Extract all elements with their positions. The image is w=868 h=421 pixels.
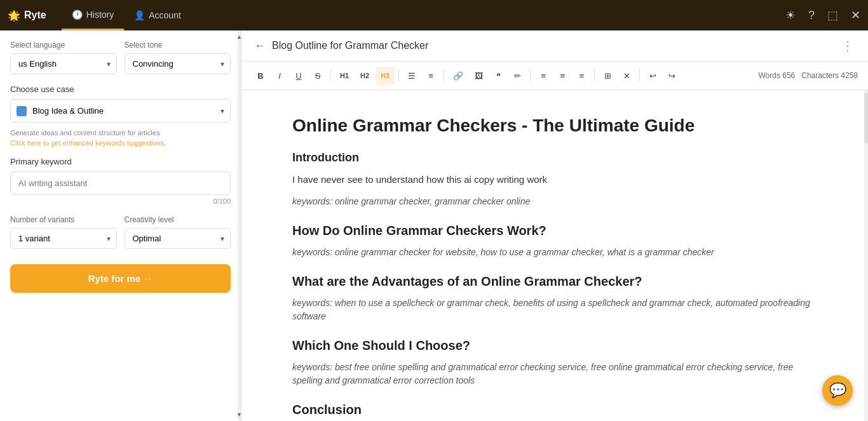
language-select-wrapper: us English — [10, 53, 117, 74]
language-label: Select language — [10, 41, 117, 50]
close-icon[interactable]: ✕ — [851, 8, 860, 22]
toolbar-sep-2 — [398, 69, 399, 82]
toolbar-sep-4 — [530, 69, 531, 82]
align-right-button[interactable]: ≡ — [573, 67, 590, 84]
scrollbar-track — [864, 90, 868, 421]
help-icon[interactable]: ? — [808, 9, 815, 22]
intro-paragraph: I have never see to understand how this … — [292, 172, 817, 187]
pen-button[interactable]: ✏ — [508, 67, 526, 84]
toolbar-sep-5 — [594, 69, 595, 82]
scrollbar-thumb — [864, 93, 868, 144]
sidebar-scroll-up[interactable]: ▲ — [238, 30, 241, 43]
external-link-icon[interactable]: ⬚ — [827, 8, 838, 22]
bold-button[interactable]: B — [252, 67, 269, 84]
unordered-list-button[interactable]: ☰ — [403, 67, 421, 84]
back-button[interactable]: ← — [254, 39, 266, 53]
logo[interactable]: 🌟 Ryte — [8, 10, 46, 22]
main-layout: ▲ ▼ Select language us English Select to… — [0, 30, 868, 421]
toolbar-sep-3 — [444, 69, 444, 82]
use-case-icon — [17, 106, 27, 116]
strikethrough-button[interactable]: S — [309, 67, 327, 84]
editor-title-group: ← Blog Outline for Grammar Checker — [254, 39, 428, 53]
sidebar-scroll-down[interactable]: ▼ — [238, 408, 241, 421]
link-button[interactable]: 🔗 — [448, 67, 468, 84]
editor-header: ← Blog Outline for Grammar Checker ⋮ — [241, 30, 868, 62]
clear-format-button[interactable]: ✕ — [618, 67, 635, 84]
variants-select-wrapper: 1 variant — [10, 228, 117, 249]
creativity-label: Creativity level — [125, 215, 231, 224]
variants-creativity-row: Number of variants 1 variant Creativity … — [10, 215, 231, 249]
logo-text: Ryte — [24, 10, 46, 21]
section3-heading: Which One Should I Choose? — [292, 338, 817, 353]
hint-text: Generate ideas and content structure for… — [10, 129, 231, 137]
intro-heading: Introduction — [292, 151, 817, 164]
editor-title: Blog Outline for Grammar Checker — [272, 40, 428, 51]
tone-group: Select tone Convincing — [125, 41, 231, 74]
section2-heading: What are the Advantages of an Online Gra… — [292, 274, 817, 289]
sidebar: ▲ ▼ Select language us English Select to… — [0, 30, 241, 421]
align-left-button[interactable]: ≡ — [534, 67, 552, 84]
variants-label: Number of variants — [10, 215, 117, 224]
editor-toolbar: B I U S H1 H2 H3 ☰ ≡ 🔗 🖼 ❝ ✏ ≡ ≡ ≡ ⊞ ✕ ↩… — [241, 62, 868, 90]
more-options-button[interactable]: ⋮ — [841, 38, 855, 53]
section1-heading: How Do Online Grammar Checkers Work? — [292, 224, 817, 238]
h3-button[interactable]: H3 — [376, 67, 395, 84]
creativity-group: Creativity level Optimal — [125, 215, 231, 249]
tone-select-wrapper: Convincing — [125, 53, 231, 74]
variants-group: Number of variants 1 variant — [10, 215, 117, 249]
keyword-counter: 0/100 — [10, 197, 231, 205]
chat-button[interactable]: 💬 — [822, 375, 853, 406]
h1-button[interactable]: H1 — [335, 67, 354, 84]
top-navigation: 🌟 Ryte 🕐 History 👤 Account ☀ ? ⬚ ✕ — [0, 0, 868, 30]
language-select[interactable]: us English — [10, 53, 117, 74]
quote-button[interactable]: ❝ — [489, 67, 507, 84]
use-case-label: Choose use case — [10, 84, 231, 94]
section2-keywords: keywords: when to use a spellcheck or gr… — [292, 297, 817, 323]
ryte-for-me-button[interactable]: Ryte for me → — [10, 264, 231, 293]
underline-button[interactable]: U — [290, 67, 308, 84]
history-icon: 🕐 — [72, 10, 83, 20]
redo-button[interactable]: ↪ — [663, 67, 681, 84]
logo-icon: 🌟 — [8, 10, 20, 22]
section1-keywords: keywords: online grammar checker for web… — [292, 246, 817, 259]
language-group: Select language us English — [10, 41, 117, 74]
creativity-select[interactable]: Optimal — [125, 228, 231, 249]
editor-area: ← Blog Outline for Grammar Checker ⋮ B I… — [241, 30, 868, 421]
tone-select[interactable]: Convincing — [125, 53, 231, 74]
nav-account[interactable]: 👤 Account — [124, 0, 191, 30]
nav-history[interactable]: 🕐 History — [62, 0, 125, 30]
intro-keywords: keywords: online grammar checker, gramma… — [292, 195, 817, 208]
toolbar-sep-6 — [639, 69, 640, 82]
align-center-button[interactable]: ≡ — [553, 67, 571, 84]
keyword-group: Primary keyword 0/100 — [10, 157, 231, 205]
image-button[interactable]: 🖼 — [470, 67, 488, 84]
variants-select[interactable]: 1 variant — [10, 228, 117, 249]
italic-button[interactable]: I — [271, 67, 288, 84]
nav-icon-group: ☀ ? ⬚ ✕ — [785, 8, 860, 22]
account-icon: 👤 — [134, 10, 145, 20]
table-button[interactable]: ⊞ — [599, 67, 616, 84]
section3-keywords: keywords: best free online spelling and … — [292, 361, 817, 387]
creativity-select-wrapper: Optimal — [125, 228, 231, 249]
tone-label: Select tone — [125, 41, 231, 50]
word-count: Words 656 Characters 4258 — [758, 71, 858, 80]
language-tone-row: Select language us English Select tone C… — [10, 41, 231, 74]
hint-link[interactable]: Click here to get enhanced keywords sugg… — [10, 139, 231, 147]
use-case-select[interactable]: Blog Idea & Outline — [10, 99, 231, 123]
h2-button[interactable]: H2 — [355, 67, 374, 84]
toolbar-sep-1 — [330, 69, 331, 82]
use-case-select-wrapper: Blog Idea & Outline — [10, 99, 231, 123]
keyword-input[interactable] — [10, 171, 231, 195]
keyword-label: Primary keyword — [10, 157, 231, 166]
ordered-list-button[interactable]: ≡ — [422, 67, 440, 84]
brightness-icon[interactable]: ☀ — [785, 8, 796, 22]
undo-button[interactable]: ↩ — [644, 67, 661, 84]
editor-content[interactable]: Online Grammar Checkers - The Ultimate G… — [241, 90, 868, 421]
document-main-title: Online Grammar Checkers - The Ultimate G… — [292, 116, 817, 136]
section4-heading: Conclusion — [292, 403, 817, 417]
sidebar-content: Select language us English Select tone C… — [0, 30, 241, 421]
use-case-group: Choose use case Blog Idea & Outline — [10, 84, 231, 123]
